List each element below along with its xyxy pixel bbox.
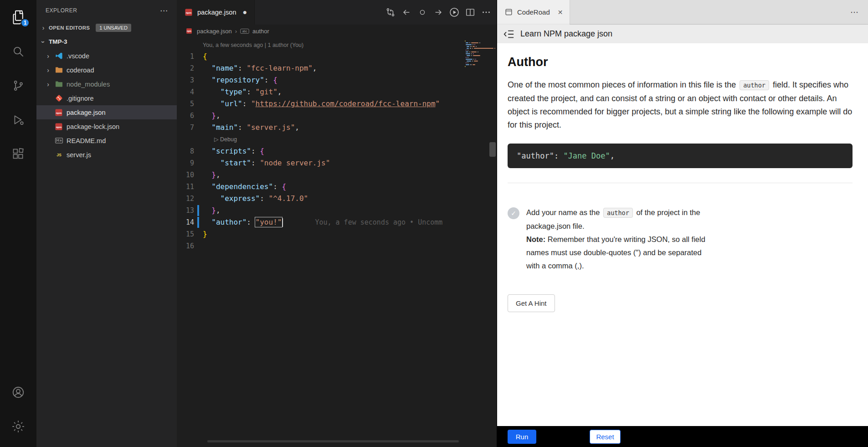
minimap-token [467,61,471,62]
tab-coderoad[interactable]: CodeRoad ✕ [497,0,570,25]
more-icon[interactable] [479,5,493,19]
horizontal-scrollbar[interactable] [207,440,459,442]
file-coderoad[interactable]: ›coderoad [36,63,177,77]
code-token [203,218,211,226]
file-label: README.md [67,137,106,144]
file-package-lock.json[interactable]: npmpackage-lock.json [36,119,177,134]
code-token [203,76,211,84]
folder-orange-icon [54,66,63,75]
activity-run-debug-icon[interactable] [0,103,36,137]
file-tree: ›.vscode›coderoad›node_modules.gitignore… [36,49,177,447]
activity-account-icon[interactable] [0,375,36,409]
lesson-title: Learn NPM package json [520,29,612,39]
reset-button[interactable]: Reset [590,430,621,444]
tab-label: package.json [197,9,236,16]
minimap-token [472,48,473,49]
code-token: "repository" [211,76,264,84]
code-line[interactable]: 4 "type": "git", [177,86,497,98]
code-line[interactable]: 6 }, [177,110,497,122]
file-.gitignore[interactable]: .gitignore [36,91,177,105]
code-token: : [247,87,255,96]
activity-search-icon[interactable] [0,34,36,68]
code-token: "fcc-learn-npm" [247,64,313,72]
project-root[interactable]: › TMP-3 [36,35,177,49]
code-token: , [295,123,299,132]
get-hint-button[interactable]: Get A Hint [508,294,555,312]
chevron-down-icon: › [40,39,47,45]
code-text: "type": "git", [194,86,282,98]
split-editor-icon[interactable] [463,5,477,19]
code-line[interactable]: 15} [177,228,497,240]
line-number: 2 [177,62,194,74]
code-line[interactable]: 12 "express": "^4.17.0" [177,193,497,205]
run-circle-icon[interactable] [447,5,461,19]
code-line[interactable]: 2 "name": "fcc-learn-npm", [177,62,497,74]
code-token: { [273,76,277,84]
minimap-token [467,50,468,51]
open-editors-section[interactable]: › OPEN EDITORS 1 UNSAVED [36,21,177,35]
git-compare-icon[interactable] [384,5,397,19]
code-line[interactable]: 8 "scripts": { [177,145,497,157]
code-text: "repository": { [194,74,277,86]
close-icon[interactable]: ✕ [558,9,563,16]
code-token: : [251,147,260,155]
code-line[interactable]: 3 "repository": { [177,74,497,86]
activity-explorer-icon[interactable]: 1 [0,0,36,34]
run-button[interactable]: Run [508,430,536,444]
code-line[interactable]: 9 "start": "node server.js" [177,157,497,169]
code-token: "^4.17.0" [269,194,308,203]
chevron-right-icon: › [41,24,46,31]
file-node_modules[interactable]: ›node_modules [36,77,177,91]
text-segment: Add your name as the [526,208,602,216]
activity-extensions-icon[interactable] [0,137,36,171]
tab-package-json[interactable]: npm package.json ● [177,0,255,25]
file-server.js[interactable]: JSserver.js [36,148,177,162]
code-line[interactable]: 13 }, [177,205,497,216]
code-token: "express" [221,194,260,203]
minimap[interactable] [465,40,488,69]
back-icon[interactable] [503,29,514,39]
git-icon [54,94,63,103]
code-line[interactable]: 10 }, [177,169,497,181]
breadcrumb-symbol[interactable]: author [252,28,269,35]
code-token: "scripts" [211,147,251,155]
code-token: "author" [517,151,554,160]
explorer-more-icon[interactable]: ⋯ [160,6,168,15]
code-line[interactable]: 11 "dependencies": { [177,181,497,193]
code-token: } [203,230,207,238]
vertical-scrollbar-thumb[interactable] [489,142,496,157]
code-line[interactable]: 16 [177,240,497,252]
codelens-line[interactable]: ▷ Debug [177,134,497,145]
code-token: "git" [256,87,277,96]
code-line[interactable]: 7 "main": "server.js", [177,122,497,134]
breadcrumb-file[interactable]: package.json [197,28,232,35]
code-token: "name" [211,64,238,72]
codelens-debug[interactable]: ▷ Debug [194,134,237,145]
code-editor[interactable]: You, a few seconds ago | 1 author (You) … [177,37,497,447]
js-icon: JS [54,150,63,159]
nav-back-icon[interactable] [400,5,413,19]
file-package.json[interactable]: npmpackage.json [36,105,177,119]
minimap-token [467,55,470,56]
nav-dot-icon[interactable] [416,5,429,19]
activity-source-control-icon[interactable] [0,68,36,103]
file-README.md[interactable]: README.md [36,134,177,148]
activity-settings-icon[interactable] [0,409,36,443]
npm-icon: npm [184,8,193,17]
minimap-token [474,48,493,49]
code-text: "scripts": { [194,145,264,157]
code-line[interactable]: 1{ [177,51,497,62]
minimap-token [465,66,466,67]
code-token: , [313,64,317,72]
more-actions-icon[interactable]: ⋯ [850,7,859,17]
code-line[interactable]: 14 "author": "you!"You, a few seconds ag… [177,216,497,228]
code-token: "author" [211,218,247,226]
nav-forward-icon[interactable] [431,5,445,19]
file-.vscode[interactable]: ›.vscode [36,49,177,63]
code-token: } [211,170,216,179]
code-lines: 1{2 "name": "fcc-learn-npm",3 "repositor… [177,51,497,252]
code-token: "server.js" [247,123,295,132]
svg-text:npm: npm [186,11,192,14]
code-token [203,159,221,167]
code-line[interactable]: 5 "url": "https://github.com/coderoad/fc… [177,98,497,110]
